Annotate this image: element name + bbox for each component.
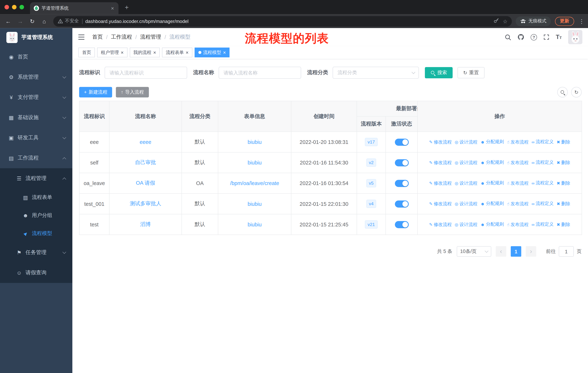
process-category-select[interactable]: 流程分类 (333, 67, 419, 79)
modify-link[interactable]: ✎修改流程 (429, 139, 452, 145)
new-tab-button[interactable]: + (123, 4, 130, 12)
active-toggle[interactable] (395, 180, 409, 187)
assign-rule-link[interactable]: ☻分配规则 (481, 180, 504, 186)
active-toggle[interactable] (395, 138, 409, 146)
sidebar-item-process-form[interactable]: ▥ 流程表单 (0, 189, 72, 207)
home-button[interactable]: ⌂ (39, 18, 50, 24)
publish-link[interactable]: ☝发布流程 (507, 160, 529, 166)
design-link[interactable]: ◎设计流程 (455, 180, 478, 186)
back-button[interactable]: ← (3, 18, 13, 24)
modify-link[interactable]: ✎修改流程 (429, 180, 452, 186)
help-icon[interactable]: ? (531, 34, 537, 40)
reload-button[interactable]: ↻ (27, 18, 38, 25)
delete-link[interactable]: ✖删除 (557, 180, 570, 186)
definition-link[interactable]: ∞流程定义 (532, 201, 554, 207)
assign-rule-link[interactable]: ☻分配规则 (481, 221, 504, 227)
sidebar-item-user-group[interactable]: ☻ 用户分组 (0, 207, 72, 225)
sidebar-item-infrastructure[interactable]: ▦ 基础设施 (0, 107, 72, 128)
process-key-input[interactable] (105, 67, 187, 79)
form-info-link[interactable]: /bpm/oa/leave/create (230, 180, 279, 186)
tag-tenant-management[interactable]: 租户管理 × (97, 48, 127, 57)
close-icon[interactable]: × (153, 50, 156, 55)
design-link[interactable]: ◎设计流程 (455, 221, 478, 228)
sidebar-item-leave-query[interactable]: ☺ 请假查询 (0, 263, 72, 283)
form-info-link[interactable]: biubiu (248, 222, 262, 227)
app-logo[interactable]: 芋道管理系统 (0, 28, 72, 47)
definition-link[interactable]: ∞流程定义 (532, 180, 554, 186)
design-link[interactable]: ◎设计流程 (455, 160, 478, 166)
browser-menu-icon[interactable]: ⋮ (578, 18, 585, 25)
assign-rule-link[interactable]: ☻分配规则 (481, 159, 504, 166)
update-button[interactable]: 更新 (555, 17, 574, 26)
design-link[interactable]: ◎设计流程 (455, 201, 478, 207)
definition-link[interactable]: ∞流程定义 (532, 159, 554, 166)
key-icon[interactable] (492, 18, 501, 25)
toggle-search-button[interactable] (557, 87, 568, 97)
sidebar-item-workflow[interactable]: ▤ 工作流程 (0, 148, 72, 168)
process-name-link[interactable]: 自己审批 (135, 159, 156, 165)
modify-link[interactable]: ✎修改流程 (429, 201, 452, 207)
process-name-link[interactable]: eeee (140, 139, 151, 145)
active-toggle[interactable] (395, 221, 409, 228)
sidebar-item-task-management[interactable]: ⚑ 任务管理 (0, 242, 72, 263)
address-bar[interactable]: 不安全 dashboard.yudao.iocoder.cn/bpm/manag… (53, 16, 512, 26)
close-icon[interactable]: × (186, 50, 189, 55)
tag-my-process[interactable]: 我的流程 × (130, 48, 160, 57)
import-process-button[interactable]: ↑ 导入流程 (116, 87, 149, 97)
close-window-button[interactable] (5, 5, 9, 10)
forward-button[interactable]: → (15, 18, 26, 24)
zoom-window-button[interactable] (20, 5, 24, 10)
process-name-input[interactable] (219, 67, 301, 79)
sidebar-item-dev-tools[interactable]: ▣ 研发工具 (0, 128, 72, 148)
tag-home[interactable]: 首页 (78, 48, 95, 57)
active-toggle[interactable] (395, 159, 409, 166)
collapse-sidebar-icon[interactable] (78, 34, 86, 40)
delete-link[interactable]: ✖删除 (557, 160, 570, 166)
tab-close-icon[interactable]: × (110, 5, 116, 11)
prev-page-button[interactable]: ‹ (496, 246, 506, 257)
active-toggle[interactable] (395, 200, 409, 207)
tag-process-form[interactable]: 流程表单 × (162, 48, 192, 57)
search-button[interactable]: 搜索 (425, 67, 452, 78)
close-icon[interactable]: × (223, 50, 226, 55)
github-icon[interactable] (517, 34, 524, 40)
form-info-link[interactable]: biubiu (248, 201, 262, 207)
process-name-link[interactable]: 滔博 (140, 221, 151, 227)
close-icon[interactable]: × (121, 50, 124, 55)
definition-link[interactable]: ∞流程定义 (532, 221, 554, 227)
search-icon[interactable] (505, 34, 511, 40)
assign-rule-link[interactable]: ☻分配规则 (481, 201, 504, 207)
publish-link[interactable]: ☝发布流程 (507, 221, 529, 228)
delete-link[interactable]: ✖删除 (557, 139, 570, 145)
modify-link[interactable]: ✎修改流程 (429, 160, 452, 166)
publish-link[interactable]: ☝发布流程 (507, 201, 529, 207)
minimize-window-button[interactable] (12, 5, 17, 10)
sidebar-item-process-model[interactable]: ▶ 流程模型 (0, 224, 72, 242)
sidebar-item-system-management[interactable]: ⚙ 系统管理 (0, 67, 72, 87)
sidebar-item-home[interactable]: ◉ 首页 (0, 47, 72, 67)
goto-page-input[interactable] (559, 246, 574, 257)
avatar[interactable] (568, 30, 582, 44)
page-size-select[interactable]: 10条/页 (457, 246, 491, 257)
delete-link[interactable]: ✖删除 (557, 201, 570, 207)
form-info-link[interactable]: biubiu (248, 139, 262, 145)
tag-process-model[interactable]: 流程模型 × (194, 48, 230, 57)
assign-rule-link[interactable]: ☻分配规则 (481, 139, 504, 145)
modify-link[interactable]: ✎修改流程 (429, 221, 452, 228)
breadcrumb-process-management[interactable]: 流程管理 (140, 34, 161, 40)
design-link[interactable]: ◎设计流程 (455, 139, 478, 145)
refresh-table-button[interactable]: ↻ (571, 87, 582, 97)
breadcrumb-workflow[interactable]: 工作流程 (111, 34, 132, 40)
breadcrumb-home[interactable]: 首页 (92, 34, 103, 40)
reset-button[interactable]: ↻ 重置 (458, 67, 484, 78)
sidebar-item-payment-management[interactable]: ¥ 支付管理 (0, 87, 72, 107)
browser-tab[interactable]: 芋道管理系统 × (30, 2, 119, 14)
next-page-button[interactable]: › (526, 246, 536, 257)
font-size-icon[interactable]: TT (556, 34, 562, 40)
publish-link[interactable]: ☝发布流程 (507, 180, 529, 186)
page-1-button[interactable]: 1 (511, 246, 521, 257)
delete-link[interactable]: ✖删除 (557, 221, 570, 228)
process-name-link[interactable]: OA 请假 (136, 180, 155, 186)
fullscreen-icon[interactable] (543, 34, 549, 40)
process-name-link[interactable]: 测试多审批人 (130, 201, 161, 207)
